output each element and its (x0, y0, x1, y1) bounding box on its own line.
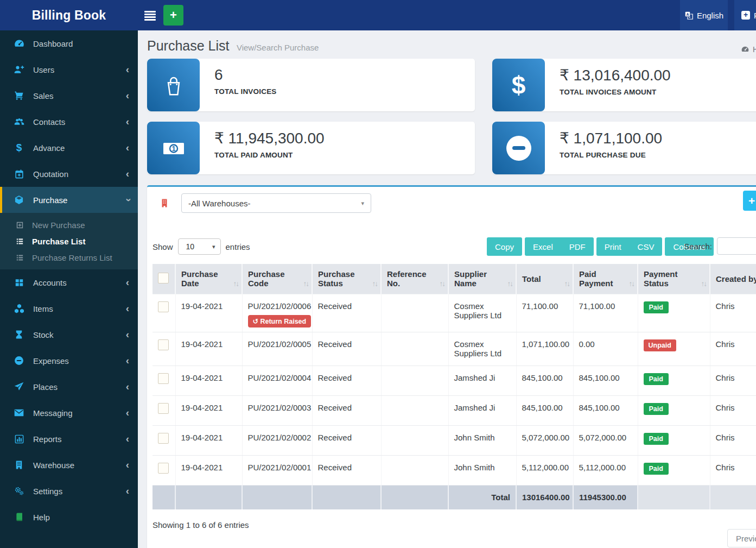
sidebar-item-label: Sales (33, 91, 54, 100)
sidebar-item-users[interactable]: Users ‹ (0, 56, 138, 83)
sidebar-item-label: Stock (33, 330, 54, 339)
table-row: 19-04-2021 PU/2021/02/0001 Received John… (153, 455, 756, 485)
svg-text:A: A (686, 12, 689, 16)
sort-icon: ↑↓ (372, 280, 378, 288)
plus-square-icon: + (741, 11, 750, 20)
pos-label: POS (754, 11, 756, 20)
caret-down-icon: ▾ (361, 200, 364, 207)
select-all-checkbox[interactable] (158, 273, 169, 284)
chevron-left-icon: ‹ (126, 410, 129, 415)
card-total-invoices-amount: $ ₹ 13,016,400.00 TOTAL INVOICES AMOUNT (492, 59, 756, 111)
column-header-created-by[interactable]: Created by↑↓ (710, 264, 756, 294)
sidebar-item-dashboard[interactable]: Dashboard (0, 30, 138, 56)
excel-button[interactable]: Excel (525, 237, 561, 256)
stat-label: TOTAL PURCHASE DUE (560, 151, 662, 159)
paper-plane-icon (13, 381, 25, 392)
warehouse-select-value: -All Warehouses- (188, 199, 250, 208)
sidebar-item-reports[interactable]: Reports ‹ (0, 426, 138, 452)
sidebar-item-advance[interactable]: $ Advance ‹ (0, 135, 138, 161)
main-content: Purchase List View/Search Purchase Home … (138, 30, 756, 548)
submenu-item-purchase-list[interactable]: Purchase List (0, 233, 138, 249)
sort-icon: ↑↓ (440, 280, 445, 288)
sidebar-item-label: Warehouse (33, 461, 74, 470)
warehouse-filter-row: -All Warehouses- ▾ (160, 193, 756, 213)
sidebar-item-expenses[interactable]: Expenses ‹ (0, 348, 138, 374)
chevron-left-icon: ‹ (126, 358, 129, 363)
row-checkbox[interactable] (158, 433, 169, 444)
sidebar-item-contacts[interactable]: Contacts ‹ (0, 109, 138, 135)
add-purchase-button[interactable]: + (743, 191, 756, 211)
submenu-item-new-purchase[interactable]: New Purchase (0, 217, 138, 233)
table-row: 19-04-2021 PU/2021/02/0006↺ Return Raise… (153, 294, 756, 332)
column-header-payment-status[interactable]: Payment Status↑↓ (638, 264, 710, 294)
search-group: Search: (684, 237, 756, 255)
list-icon (15, 253, 25, 262)
page: Billing Book + A English + POS Dashboard (0, 0, 756, 548)
show-label: Show (153, 242, 173, 251)
language-menu[interactable]: A English (680, 0, 728, 30)
svg-text:1: 1 (171, 144, 175, 153)
sidebar-item-quotation[interactable]: Quotation ‹ (0, 161, 138, 187)
search-input[interactable] (717, 237, 756, 255)
dashboard-icon (741, 45, 749, 54)
content-header: Purchase List View/Search Purchase Home (138, 30, 756, 59)
pos-button[interactable]: + POS (734, 0, 756, 30)
page-size-group: Show 10 ▾ entries (153, 238, 250, 255)
search-label: Search: (684, 242, 712, 251)
breadcrumb[interactable]: Home (741, 45, 756, 54)
table-info: Showing 1 to 6 of 6 entries (153, 520, 756, 530)
column-header-paid-payment[interactable]: Paid Payment↑↓ (573, 264, 638, 294)
page-size-value: 10 (186, 242, 195, 251)
sidebar-item-warehouse[interactable]: Warehouse ‹ (0, 452, 138, 478)
submenu-item-purchase-returns-list[interactable]: Purchase Returns List (0, 249, 138, 266)
chevron-left-icon: ‹ (126, 67, 129, 72)
sidebar-item-label: Accounts (33, 278, 67, 287)
stat-label: TOTAL INVOICES (214, 87, 277, 96)
sort-icon: ↑↓ (303, 280, 309, 288)
chevron-left-icon: ‹ (126, 93, 129, 98)
stat-value: ₹ 13,016,400.00 (560, 66, 671, 84)
export-buttons: Copy Excel PDF Print CSV Columns (487, 237, 714, 256)
sidebar-item-messaging[interactable]: Messaging ‹ (0, 400, 138, 426)
sidebar-item-label: Items (33, 304, 53, 313)
chevron-left-icon: ‹ (126, 384, 129, 389)
status-badge: Paid (644, 403, 669, 415)
card-total-invoices: 6 TOTAL INVOICES (147, 59, 475, 111)
page-size-select[interactable]: 10 ▾ (178, 238, 221, 255)
csv-button[interactable]: CSV (630, 237, 663, 256)
sidebar-item-sales[interactable]: Sales ‹ (0, 83, 138, 109)
column-header-purchase-status[interactable]: Purchase Status↑↓ (312, 264, 381, 294)
row-checkbox[interactable] (158, 403, 169, 414)
row-checkbox[interactable] (158, 463, 169, 474)
user-plus-icon (13, 64, 25, 75)
column-header-total[interactable]: Total↑↓ (516, 264, 573, 294)
sidebar-item-places[interactable]: Places ‹ (0, 374, 138, 400)
sidebar-item-purchase[interactable]: Purchase ‹ (0, 187, 138, 213)
row-checkbox[interactable] (158, 373, 169, 384)
row-checkbox[interactable] (158, 339, 169, 350)
sidebar-item-accounts[interactable]: Accounts ‹ (0, 269, 138, 295)
warehouse-select[interactable]: -All Warehouses- ▾ (181, 193, 371, 213)
table-footer-row: Total 13016400.00 11945300.00 (153, 485, 756, 509)
sidebar-item-stock[interactable]: Stock ‹ (0, 322, 138, 348)
status-badge: Paid (644, 433, 669, 445)
copy-button[interactable]: Copy (487, 237, 522, 256)
previous-page-button[interactable]: Previous (727, 529, 756, 547)
sidebar-item-help[interactable]: Help (0, 504, 138, 530)
column-header-supplier-name[interactable]: Supplier Name↑↓ (448, 264, 516, 294)
envelope-icon (13, 407, 25, 418)
sidebar-item-label: Contacts (33, 117, 65, 127)
sidebar-toggle-button[interactable] (144, 11, 156, 22)
quick-add-button[interactable]: + (163, 5, 183, 26)
stat-value: ₹ 1,071,100.00 (560, 129, 662, 147)
column-header-reference-no[interactable]: Reference No.↑↓ (381, 264, 448, 294)
row-checkbox[interactable] (158, 301, 169, 312)
column-header-purchase-date[interactable]: Purchase Date↑↓ (175, 264, 242, 294)
column-header-purchase-code[interactable]: Purchase Code↑↓ (242, 264, 312, 294)
sort-icon: ↑↓ (701, 280, 707, 288)
undo-icon: ↺ (253, 318, 261, 325)
print-button[interactable]: Print (596, 237, 630, 256)
sidebar-item-settings[interactable]: Settings ‹ (0, 478, 138, 504)
pdf-button[interactable]: PDF (561, 237, 594, 256)
sidebar-item-items[interactable]: Items ‹ (0, 295, 138, 322)
